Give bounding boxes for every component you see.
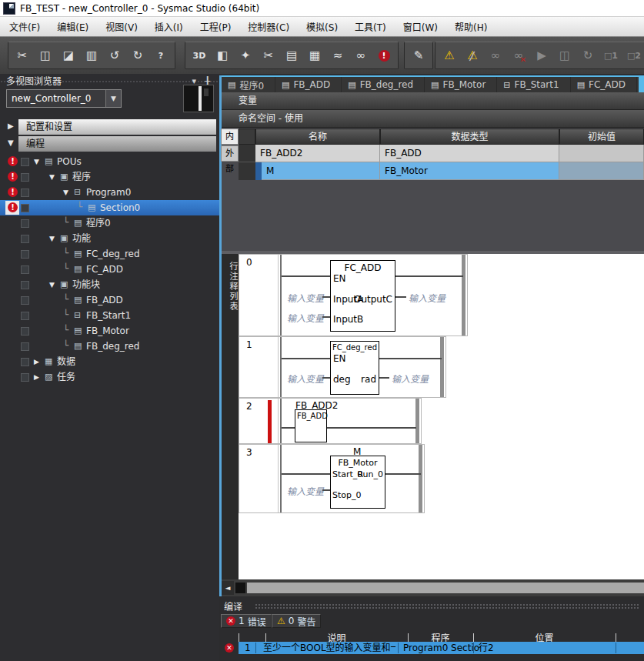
tab-program0[interactable]: ▤ 程序0: [222, 77, 275, 92]
tree-checkbox[interactable]: [21, 158, 29, 166]
column-header-datatype[interactable]: 数据类型: [380, 129, 559, 145]
chevron-down-icon[interactable]: ▼: [63, 185, 68, 200]
column-header-initial[interactable]: 初始值: [559, 129, 644, 145]
tree-item-pous[interactable]: ! ▼ ▤ POUs: [0, 154, 219, 169]
search-icon[interactable]: ∞: [350, 45, 372, 66]
side-tab-external[interactable]: 外部: [221, 145, 239, 162]
tree-checkbox[interactable]: [21, 373, 29, 382]
menu-controller[interactable]: 控制器(C): [248, 20, 289, 33]
tree-item-functions[interactable]: ▼ ▣ 功能: [0, 231, 219, 246]
pin-rad[interactable]: rad: [361, 374, 376, 385]
tree-checkbox[interactable]: [21, 189, 29, 197]
chevron-down-icon[interactable]: ▼: [105, 90, 121, 107]
sync-icon[interactable]: ◫: [554, 45, 576, 66]
row-grip[interactable]: [239, 145, 255, 162]
tree-item-fc-add[interactable]: └ ▤ FC_ADD: [0, 262, 219, 277]
chevron-down-icon[interactable]: ▼: [8, 139, 14, 147]
fb-call-fb-add[interactable]: FB_ADD: [295, 409, 327, 442]
side-tab-internal[interactable]: 内部: [221, 129, 239, 145]
cut-icon[interactable]: ✂: [12, 45, 33, 66]
pin-run0[interactable]: Run_0: [357, 469, 383, 479]
menu-window[interactable]: 窗口(W): [403, 20, 438, 33]
chevron-right-icon[interactable]: ▶: [8, 122, 14, 130]
3d-view-icon[interactable]: 3D: [189, 45, 210, 66]
tab-active-sliver[interactable]: [639, 77, 644, 92]
tree-item-fb-add[interactable]: └ ▤ FB_ADD: [0, 292, 219, 308]
section-configurations[interactable]: 配置和设置: [18, 119, 216, 135]
rung-comment-gutter[interactable]: 行注释列表: [222, 254, 239, 579]
tree-checkbox[interactable]: [21, 312, 29, 320]
monitor-1-icon[interactable]: □1: [600, 45, 622, 66]
var-type-cell[interactable]: FB_Motor: [380, 162, 559, 180]
tree-item-fb-motor[interactable]: └ ▤ FB_Motor: [0, 323, 219, 339]
fb-call-fc-add[interactable]: FC_ADD EN InputA OutputC InputB: [330, 260, 395, 332]
watch-table-icon[interactable]: ▤: [281, 45, 302, 66]
rung-3[interactable]: 3 M FB_Motor Start_0 Run_0 Stop_0 输入变量: [239, 444, 425, 513]
input-placeholder[interactable]: 输入变量: [287, 291, 324, 304]
tree-checkbox[interactable]: [21, 204, 29, 212]
menu-edit[interactable]: 编辑(E): [57, 20, 88, 33]
rung-0[interactable]: 0 FC_ADD EN InputA OutputC InputB 输入变量 输…: [239, 254, 468, 336]
tree-item-program0[interactable]: ! ▼ ⊟ Program0: [0, 185, 219, 200]
row-grip[interactable]: [239, 162, 255, 180]
pin-en[interactable]: EN: [333, 353, 346, 364]
menu-help[interactable]: 帮助(H): [455, 20, 487, 33]
rung-1[interactable]: 1 FC_deg_red EN deg rad 输入变量 输入变量: [239, 336, 446, 398]
tree-checkbox[interactable]: [21, 281, 29, 289]
tab-fb-start1[interactable]: ⊟ FB_Start1: [497, 77, 570, 92]
tree-item-program0-doc[interactable]: └ ▤ 程序0: [0, 215, 219, 231]
chevron-down-icon[interactable]: ▼: [34, 154, 39, 169]
tree-item-tasks[interactable]: ▶ ▨ 任务: [0, 369, 219, 385]
pin-outputc[interactable]: OutputC: [354, 294, 392, 305]
delete-icon[interactable]: ▥: [81, 45, 102, 66]
tree-checkbox[interactable]: [21, 358, 29, 366]
data-trace-icon[interactable]: ≈: [327, 45, 349, 66]
output-placeholder[interactable]: 输入变量: [392, 372, 429, 385]
abort-check-icon[interactable]: ∞✕: [508, 45, 529, 66]
menu-file[interactable]: 文件(F): [9, 20, 40, 33]
tree-item-fb-deg-red[interactable]: └ ▤ FB_deg_red: [0, 339, 219, 354]
menu-simulation[interactable]: 模拟(S): [306, 20, 338, 33]
input-placeholder[interactable]: 输入变量: [287, 484, 324, 497]
tree-checkbox[interactable]: [21, 296, 29, 305]
go-online-icon[interactable]: ▶: [531, 45, 552, 66]
chevron-down-icon[interactable]: ▼: [49, 231, 55, 246]
pin-en[interactable]: EN: [333, 273, 346, 284]
rebuild-icon[interactable]: ⚠∕: [462, 45, 483, 66]
var-type-cell[interactable]: FB_ADD: [380, 145, 559, 162]
scrollbar-button[interactable]: [235, 583, 245, 593]
monitor-2-icon[interactable]: □2: [623, 45, 644, 66]
tree-item-programs[interactable]: ! ▼ ▣ 程序: [0, 169, 219, 185]
redo-icon[interactable]: ↻: [127, 45, 148, 66]
input-placeholder[interactable]: 输入变量: [287, 311, 324, 324]
pointer-tool-icon[interactable]: ✦: [235, 45, 256, 66]
rung-2[interactable]: 2 FB_ADD2 FB_ADD: [239, 398, 422, 444]
menu-view[interactable]: 视图(V): [105, 20, 138, 33]
tree-checkbox[interactable]: [21, 173, 29, 182]
tree-checkbox[interactable]: [21, 342, 29, 351]
controller-select[interactable]: new_Controller_0 ▼: [6, 89, 122, 108]
output-placeholder[interactable]: 输入变量: [409, 291, 445, 304]
refresh-icon[interactable]: ↻: [577, 45, 599, 66]
fb-call-fc-deg-red[interactable]: FC_deg_red EN deg rad: [330, 341, 379, 395]
var-name-cell[interactable]: FB_ADD2: [255, 145, 380, 162]
chevron-down-icon[interactable]: ▼: [49, 169, 55, 185]
tree-item-fb-start1[interactable]: └ ⊟ FB_Start1: [0, 308, 219, 323]
pin-inputb[interactable]: InputB: [333, 314, 363, 325]
tree-checkbox[interactable]: [21, 250, 29, 259]
tree-checkbox[interactable]: [21, 235, 29, 243]
namespace-bar[interactable]: 命名空间 - 使用: [222, 110, 644, 128]
input-placeholder[interactable]: 输入变量: [287, 372, 324, 385]
variables-bar[interactable]: 变量: [222, 92, 644, 110]
warnings-filter-button[interactable]: ⚠ 0 警告: [272, 614, 321, 628]
menu-project[interactable]: 工程(P): [200, 20, 232, 33]
troubleshoot-icon[interactable]: ✎: [408, 45, 429, 66]
var-init-cell[interactable]: [559, 145, 644, 162]
tree-item-fc-deg-red[interactable]: └ ▤ FC_deg_red: [0, 246, 219, 262]
tree-checkbox[interactable]: [21, 327, 29, 336]
error-list-icon[interactable]: !: [373, 45, 395, 66]
chevron-right-icon[interactable]: ▶: [34, 369, 39, 385]
help-icon[interactable]: ?: [150, 45, 172, 66]
scrollbar-thumb[interactable]: [247, 583, 644, 593]
menu-tools[interactable]: 工具(T): [355, 20, 386, 33]
